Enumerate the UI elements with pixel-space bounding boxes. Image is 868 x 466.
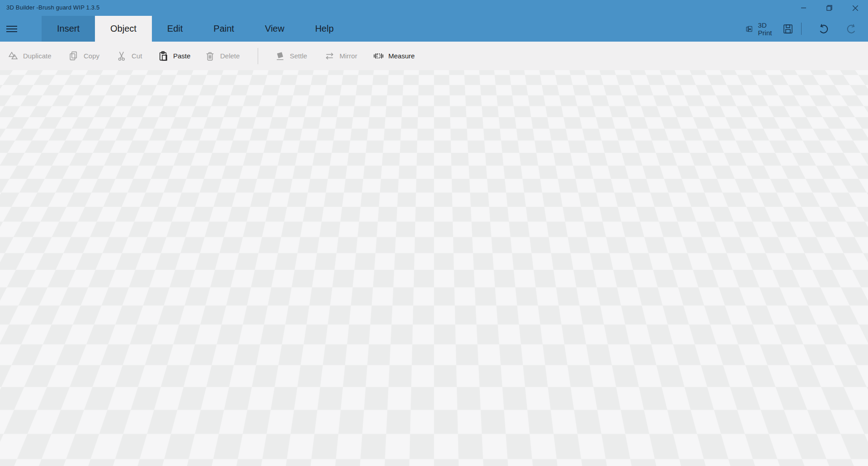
item-thumbnail-rule-horizontal[interactable]: [830, 369, 863, 398]
invert-selection-label: Invert selection: [811, 217, 857, 225]
tab-label: Help: [315, 24, 334, 34]
tab-label: Insert: [57, 24, 80, 34]
save-icon: [783, 24, 793, 34]
bar-wide-preview: [788, 410, 821, 439]
cut-label: Cut: [132, 52, 142, 60]
item-thumbnail-bar-wide[interactable]: [788, 410, 821, 439]
tab-label: Edit: [167, 24, 183, 34]
settle-button[interactable]: Settle: [274, 42, 307, 70]
sidebar-action-sticky-selection[interactable]: △Sticky selection: [786, 240, 868, 256]
duplicate-button[interactable]: Duplicate: [7, 42, 52, 70]
select-all-icon: [793, 160, 805, 172]
dimension-label-faint: 250 mm: [335, 70, 354, 79]
dimension-label-faint: 200 mm: [302, 76, 321, 88]
item-thumbnail-frame-flat[interactable]: [788, 286, 821, 315]
items-grid: [788, 286, 865, 466]
duplicate-label: Duplicate: [23, 52, 52, 60]
hamburger-icon: [6, 26, 17, 27]
frame-flat-preview: [788, 286, 821, 315]
tab-paint[interactable]: Paint: [198, 16, 250, 42]
toolbar-separator: [258, 48, 258, 64]
copy-label: Copy: [84, 52, 99, 60]
menu-separator: [801, 23, 802, 35]
delete-label: Delete: [220, 52, 240, 60]
3d-print-label: 3D Print: [758, 21, 775, 37]
sidebar-action-ungroup[interactable]: ✕Ungroup: [786, 131, 868, 147]
chevron-up-icon: [859, 266, 865, 271]
delete-button[interactable]: Delete: [204, 42, 240, 70]
item-thumbnail-divider-tall[interactable]: [830, 286, 863, 315]
item-thumbnail-bar-wide[interactable]: [830, 410, 863, 439]
measure-button[interactable]: Measure: [373, 42, 415, 70]
strip-bottom-preview: [788, 451, 821, 466]
menu-tabs: InsertObjectEditPaintViewHelp: [42, 16, 349, 42]
settle-label: Settle: [290, 52, 307, 60]
delete-icon: [204, 50, 216, 62]
save-button[interactable]: [783, 16, 793, 42]
3d-print-button[interactable]: 3D Print: [745, 16, 775, 42]
sticky-selection-icon: △: [793, 242, 805, 254]
settle-icon: [274, 50, 285, 62]
tab-help[interactable]: Help: [300, 16, 349, 42]
tab-object[interactable]: Object: [95, 16, 152, 42]
divider-tall-preview: [830, 286, 863, 315]
sidebar-action-deselect-all[interactable]: Deselect all: [786, 185, 868, 202]
object-toolbar: DuplicateCopyCutPasteDeleteSettleMirrorM…: [0, 42, 868, 70]
divider-preview: [788, 328, 821, 357]
paste-button[interactable]: Paste: [157, 42, 190, 70]
undo-button[interactable]: [817, 16, 830, 42]
items-collapse-button[interactable]: [859, 266, 865, 271]
close-button[interactable]: [842, 0, 868, 16]
invert-selection-icon: [793, 215, 805, 227]
cut-button[interactable]: Cut: [116, 42, 142, 70]
sidebar-action-group[interactable]: Group: [786, 104, 868, 120]
chevron-right-icon: [797, 81, 802, 90]
hamburger-menu-button[interactable]: [6, 16, 26, 42]
dimension-label: 0 mm: [136, 121, 148, 130]
minimize-button[interactable]: [791, 0, 816, 16]
object-sidebar: Group✕UngroupSelect allDeselect allInver…: [786, 70, 868, 466]
divider-preview: [830, 328, 863, 357]
group-icon: [793, 106, 805, 118]
sticky-selection-label: Sticky selection: [811, 244, 858, 252]
mirror-icon: [324, 50, 335, 62]
bar-wide-preview: [830, 410, 863, 439]
copy-button[interactable]: Copy: [68, 42, 99, 70]
sidebar-action-invert-selection[interactable]: Invert selection: [786, 213, 868, 229]
sidebar-action-select-all[interactable]: Select all: [786, 158, 868, 174]
collapse-panel-button[interactable]: [793, 78, 806, 92]
redo-button[interactable]: [845, 16, 858, 42]
ungroup-icon: ✕: [793, 133, 805, 145]
paste-icon: [157, 50, 169, 62]
item-thumbnail-divider[interactable]: [788, 328, 821, 357]
window-title: 3D Builder -Brush guard WIP 1.3.5: [6, 4, 100, 11]
tab-label: Paint: [213, 24, 234, 34]
sidebar-divider: [786, 258, 868, 259]
redo-icon: [845, 23, 858, 35]
mirror-button[interactable]: Mirror: [324, 42, 357, 70]
3d-model-scene: 0 mm50 mm100 mm150 mm200 mm250 mm300 mm3…: [0, 70, 787, 466]
minimize-icon: [801, 5, 806, 10]
dimension-label-faint: 150 mm: [268, 86, 287, 98]
duplicate-icon: [7, 50, 19, 62]
rule-horizontal-preview: [830, 369, 863, 398]
measure-icon: [373, 50, 384, 62]
item-thumbnail-strip-bottom[interactable]: [788, 451, 821, 466]
paste-label: Paste: [173, 52, 190, 60]
item-thumbnail-divider[interactable]: [788, 369, 821, 398]
items-header-label: Items: [790, 265, 807, 272]
item-thumbnail-stub-bottom[interactable]: [830, 451, 863, 466]
tab-view[interactable]: View: [250, 16, 300, 42]
divider-preview: [788, 369, 821, 398]
undo-icon: [817, 23, 830, 35]
menu-bar: InsertObjectEditPaintViewHelp 3D Print: [0, 16, 868, 42]
select-all-label: Select all: [811, 162, 839, 170]
items-scrollbar[interactable]: [865, 292, 868, 416]
tab-insert[interactable]: Insert: [42, 16, 95, 42]
ungroup-label: Ungroup: [811, 135, 837, 143]
item-thumbnail-divider[interactable]: [830, 328, 863, 357]
restore-button[interactable]: [816, 0, 842, 16]
3d-viewport[interactable]: 0 mm50 mm100 mm150 mm200 mm250 mm300 mm3…: [0, 70, 868, 466]
deselect-all-label: Deselect all: [811, 190, 846, 198]
tab-edit[interactable]: Edit: [152, 16, 198, 42]
